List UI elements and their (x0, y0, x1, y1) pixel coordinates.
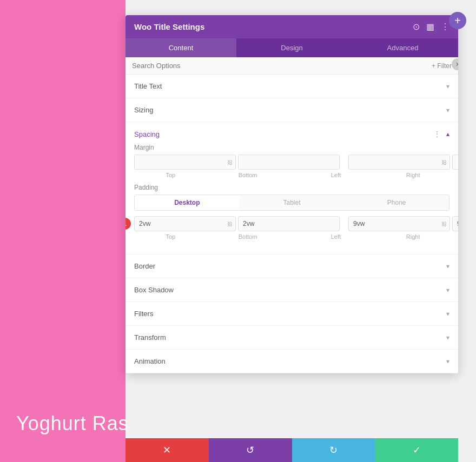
section-animation[interactable]: Animation ▾ (125, 350, 458, 373)
padding-left-input[interactable] (348, 216, 450, 231)
chevron-down-icon: ▾ (446, 310, 449, 318)
chevron-down-icon: ▾ (446, 83, 449, 90)
tab-advanced[interactable]: Advanced (347, 38, 458, 57)
search-input[interactable] (132, 62, 240, 70)
margin-top-field: ⛓ (134, 155, 236, 170)
tab-design[interactable]: Design (236, 38, 347, 57)
preview-icon[interactable]: ⊙ (413, 22, 420, 32)
redo-button[interactable]: ↻ (292, 438, 375, 462)
link-icon[interactable]: ⛓ (227, 221, 233, 227)
margin-left-field: ⛓ (348, 155, 450, 170)
undo-button[interactable]: ↺ (209, 438, 292, 462)
settings-panel: ✕ Woo Title Settings ⊙ ▦ ⋮ Content Desig… (125, 15, 458, 373)
device-tab-tablet[interactable]: Tablet (240, 195, 345, 210)
search-bar: + Filter (125, 57, 458, 75)
section-animation-label: Animation (134, 357, 166, 365)
padding-right-input[interactable] (452, 216, 458, 231)
margin-group: Margin ⛓ ⛓ (134, 144, 449, 178)
padding-bottom-field (238, 216, 340, 231)
margin-left-input[interactable] (348, 155, 450, 170)
chevron-down-icon: ▾ (446, 286, 449, 294)
section-spacing-label: Spacing (134, 130, 160, 138)
margin-right-label: Right (376, 172, 449, 178)
section-sizing[interactable]: Sizing ▾ (125, 98, 458, 122)
margin-top-input[interactable] (134, 155, 236, 170)
padding-top-field: ⛓ (134, 216, 236, 231)
padding-field-labels: Top Bottom Left Right (134, 233, 449, 240)
section-box-shadow[interactable]: Box Shadow ▾ (125, 278, 458, 302)
plus-button[interactable]: + (449, 12, 466, 29)
section-border[interactable]: Border ▾ (125, 255, 458, 278)
device-tabs: Desktop Tablet Phone (134, 195, 449, 211)
chevron-up-icon: ▴ (446, 130, 449, 138)
device-tab-desktop[interactable]: Desktop (135, 195, 240, 210)
padding-right-field (452, 216, 458, 231)
margin-bottom-field (238, 155, 340, 170)
margin-left-label: Left (300, 172, 373, 178)
section-transform-label: Transform (134, 333, 166, 342)
padding-right-label: Right (376, 233, 449, 240)
link-icon[interactable]: ⛓ (227, 159, 233, 165)
padding-left-field: ⛓ (348, 216, 450, 231)
padding-label: Padding (134, 184, 449, 191)
margin-top-label: Top (134, 172, 207, 178)
padding-row: ⛓ ⛓ (134, 216, 449, 231)
padding-group: Padding Desktop Tablet Phone 1 ⛓ (134, 184, 449, 240)
save-button[interactable]: ✓ (375, 438, 458, 462)
badge-number: 1 (125, 218, 131, 230)
padding-bottom-label: Bottom (211, 233, 285, 240)
margin-bottom-input[interactable] (238, 155, 340, 170)
margin-right-input[interactable] (452, 155, 458, 170)
padding-top-label: Top (134, 233, 207, 240)
section-filters[interactable]: Filters ▾ (125, 302, 458, 326)
section-title-text-label: Title Text (134, 82, 162, 90)
chevron-down-icon: ▾ (446, 334, 449, 342)
section-box-shadow-label: Box Shadow (134, 286, 174, 294)
cancel-button[interactable]: ✕ (125, 438, 209, 462)
tab-content[interactable]: Content (125, 38, 236, 57)
section-border-label: Border (134, 262, 155, 270)
padding-bottom-input[interactable] (238, 216, 340, 231)
margin-bottom-label: Bottom (211, 172, 285, 178)
device-tab-phone[interactable]: Phone (344, 195, 449, 210)
link-icon[interactable]: ⛓ (441, 221, 447, 227)
panel-title: Woo Title Settings (134, 22, 204, 31)
padding-wrapper: 1 ⛓ (134, 216, 449, 231)
background-pink (0, 0, 125, 462)
link-icon[interactable]: ⛓ (441, 159, 447, 165)
padding-left-label: Left (300, 233, 373, 240)
chevron-down-icon: ▾ (446, 358, 449, 365)
spacing-options-icon[interactable]: ⋮ (433, 130, 441, 138)
section-filters-label: Filters (134, 310, 153, 318)
chevron-down-icon: ▾ (446, 106, 449, 114)
section-spacing: Spacing ⋮ ▴ Margin ⛓ (125, 122, 458, 255)
filter-button[interactable]: + Filter (432, 62, 452, 70)
margin-label: Margin (134, 144, 449, 151)
section-transform[interactable]: Transform ▾ (125, 326, 458, 350)
margin-right-field (452, 155, 458, 170)
panel-header: Woo Title Settings ⊙ ▦ ⋮ (125, 15, 458, 38)
chevron-down-icon: ▾ (446, 263, 449, 270)
spacing-header[interactable]: Spacing ⋮ ▴ (134, 122, 449, 144)
margin-field-labels: Top Bottom Left Right (134, 172, 449, 178)
layout-icon[interactable]: ▦ (426, 22, 434, 32)
section-title-text[interactable]: Title Text ▾ (125, 75, 458, 98)
bottom-bar: ✕ ↺ ↻ ✓ (125, 438, 458, 462)
more-options-icon[interactable]: ⋮ (441, 22, 449, 32)
panel-header-icons: ⊙ ▦ ⋮ (413, 22, 449, 32)
yoghurt-text: Yoghurt Ras (16, 412, 129, 435)
padding-top-input[interactable] (134, 216, 236, 231)
panel-tabs: Content Design Advanced (125, 38, 458, 57)
section-sizing-label: Sizing (134, 106, 153, 114)
margin-row: ⛓ ⛓ (134, 155, 449, 170)
